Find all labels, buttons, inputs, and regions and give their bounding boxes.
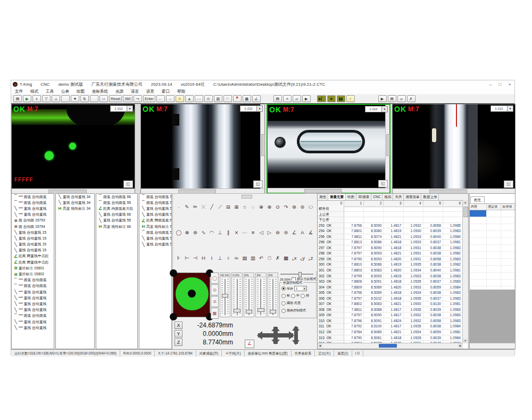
tool-icon[interactable]: ⊛ [192, 229, 199, 236]
stage-icon[interactable]: ◱ [123, 180, 133, 188]
tool-icon[interactable]: ≡ [250, 229, 257, 236]
tool-icon[interactable]: · [175, 203, 182, 211]
list-item[interactable]: H 高度 线性标注 34 [56, 205, 94, 211]
table-row[interactable]: 312 OK 7.87848.50891.48211.09340.80591.0… [318, 330, 463, 335]
list-item[interactable]: H 高度 线性标注 55 [139, 224, 171, 229]
tool-icon[interactable]: ⤫ [200, 203, 207, 211]
list-item[interactable]: ╲ *** 直线 自动直线 [12, 295, 54, 301]
menu-item[interactable]: 文件 [11, 89, 27, 94]
list-item[interactable]: ∠ 距离 两圆弧最大距 [139, 218, 171, 224]
table-row[interactable]: 309 OK 7.87978.50901.48171.09320.80381.0… [318, 312, 463, 318]
tool-icon[interactable]: ∠ [290, 229, 298, 236]
wave-button[interactable]: ◠ [223, 95, 232, 102]
light-slider[interactable]: 40.0% [220, 273, 230, 317]
tool-icon[interactable]: ∞ [233, 254, 240, 262]
tool-icon[interactable]: ⊜ [282, 229, 290, 236]
tool-icon[interactable]: ⊟ [225, 203, 232, 211]
curve-button[interactable]: ↪ [134, 95, 142, 102]
tool-icon[interactable]: ✏ [192, 203, 199, 211]
list-item[interactable]: ╲ *** 直线 自动直线 [12, 319, 54, 325]
list-item[interactable]: ⊕ 圆 自动圆 15793 [12, 218, 54, 224]
probe-button[interactable]: ∔ [32, 95, 41, 102]
list-item[interactable]: ╲ *** 直线 自动直线 [12, 307, 54, 313]
table-row[interactable]: 302 OK 7.87998.50931.48151.09330.80381.0… [318, 274, 463, 279]
menu-item[interactable]: 帮助 [173, 89, 189, 94]
table-row[interactable]: 298 OK 7.87978.50931.48211.09310.80381.0… [318, 251, 463, 257]
run-to-end-button[interactable]: ▶▏ [317, 95, 326, 102]
list-item[interactable]: ⌒ *** 圆弧 自动圆弧 [12, 194, 54, 200]
tool-icon[interactable]: ∥ [225, 229, 232, 236]
menu-item[interactable]: 模式 [27, 89, 42, 94]
gpanel-row[interactable] [470, 217, 515, 224]
tool-icon[interactable]: ⋯ [241, 229, 248, 236]
tool-icon[interactable]: ⊖ [274, 229, 281, 236]
ring-light-indicator[interactable] [173, 273, 210, 317]
list-item[interactable]: ⌒ *** 圆弧 自动圆弧 [12, 277, 54, 283]
camera-4-image[interactable]: OK M:7 [393, 104, 515, 189]
tool-icon[interactable]: A [299, 229, 306, 236]
table-row[interactable]: 313 OK 7.87908.50811.48181.09280.80391.0… [318, 335, 463, 341]
jog-z-arrow[interactable] [294, 327, 298, 344]
table-row[interactable]: 306 OK 7.87978.51021.48181.09350.80371.0… [318, 296, 463, 302]
tool-icon[interactable]: ○ [241, 203, 248, 211]
menu-item[interactable]: 坐标系统 [88, 89, 112, 94]
camera-1-range-dropdown[interactable]: 1-212 [110, 105, 127, 112]
table-row[interactable]: 308 OK 7.88118.50881.48171.09350.80391.0… [318, 307, 463, 313]
list-item[interactable]: ╲ 直线 自动直线 55 [139, 205, 171, 211]
light-slider[interactable]: 0% [244, 273, 254, 317]
panel-grip[interactable] [242, 195, 252, 199]
results-tab[interactable]: 模拟 [383, 194, 393, 200]
tool-icon[interactable]: ⨯ [233, 229, 240, 236]
table-row[interactable]: 304 OK 7.88098.50891.48201.09330.80591.0… [318, 285, 463, 291]
table-row[interactable]: 标准值 [318, 206, 463, 212]
stage-icon[interactable]: ◱ [253, 180, 263, 188]
tool-button[interactable]: + [346, 95, 355, 102]
table-row[interactable]: 303 OK 7.88068.50911.48181.09350.80371.0… [318, 279, 463, 285]
camera-view-1[interactable]: OK M:7 FFFFF 1-212 ▾ ◱ [11, 104, 135, 194]
blank2-button[interactable] [90, 95, 98, 102]
tool-icon[interactable]: ✎ [184, 203, 191, 211]
list-item[interactable]: ╲ 直线 自动直线 15 [12, 242, 54, 248]
list-item[interactable]: ∠ 距离 内圆弧最大距 [96, 205, 137, 211]
folder2-button[interactable]: ▱ [397, 95, 406, 102]
color-mode-radio[interactable] [281, 309, 286, 313]
camera-4-range-dropdown[interactable]: 1-212 [491, 105, 508, 112]
tool-icon[interactable]: ∿ [200, 229, 207, 236]
maximize-button[interactable]: □ [495, 82, 505, 87]
list-item[interactable]: ╲ 直线 自动直线 55 [139, 212, 171, 218]
table-hscrollbar[interactable]: ◀▶ [318, 343, 463, 349]
camera-2-hscrollbar[interactable] [141, 188, 264, 193]
list-item[interactable]: ⌒ 圆弧 自动圆弧 55 [139, 229, 171, 235]
gpanel-row[interactable] [470, 224, 515, 231]
gpanel-row[interactable] [470, 273, 515, 279]
tool-icon[interactable]: ⌞x [290, 254, 298, 262]
open-run-button[interactable]: ▶ [23, 95, 31, 102]
tool-icon[interactable]: ∡ [307, 229, 314, 236]
tool-icon[interactable]: ⊥ [217, 229, 224, 236]
master-light-slider[interactable] [280, 274, 313, 275]
light-mode-button[interactable]: ◎ [211, 284, 219, 295]
slider-thumb[interactable] [270, 310, 276, 314]
tool-icon[interactable]: ⊣ [192, 254, 199, 262]
dropdown-arrow-icon[interactable]: ▾ [127, 105, 133, 112]
list-item[interactable]: H 高度 线性标注 66 [96, 224, 137, 229]
camera-view-2[interactable]: OK M:7 1-212 ▾ ◱ [140, 104, 265, 194]
menu-item[interactable]: 绘图 [73, 89, 88, 94]
list-item[interactable]: ╲ 直线 自动直线 15 [12, 248, 54, 253]
light-slider[interactable]: 3% [255, 273, 266, 317]
slider-thumb[interactable] [222, 294, 228, 298]
medium-radio[interactable] [291, 294, 295, 298]
tool-icon[interactable]: ⊗ [266, 203, 273, 211]
angle-readout-button[interactable]: ∠ [245, 340, 254, 348]
list-item[interactable]: ╲ *** 直线 自动直线 [12, 301, 54, 307]
tool-icon[interactable]: ⊕ [257, 203, 265, 211]
left-arrow-button[interactable]: ← [156, 95, 165, 102]
camera-1-image[interactable]: OK M:7 FFFFF [12, 104, 135, 189]
goto-button[interactable]: ⇨ [99, 95, 108, 102]
slider-thumb[interactable] [257, 308, 264, 312]
menu-item[interactable]: 光源 [112, 89, 127, 94]
reset-button[interactable]: Reset [109, 95, 122, 102]
table-row[interactable]: 311 OK 7.87928.51001.48171.09350.80381.0… [318, 324, 463, 330]
minus-minus-button[interactable]: - - [195, 95, 203, 102]
rotate360-button[interactable]: 360 [123, 95, 132, 102]
